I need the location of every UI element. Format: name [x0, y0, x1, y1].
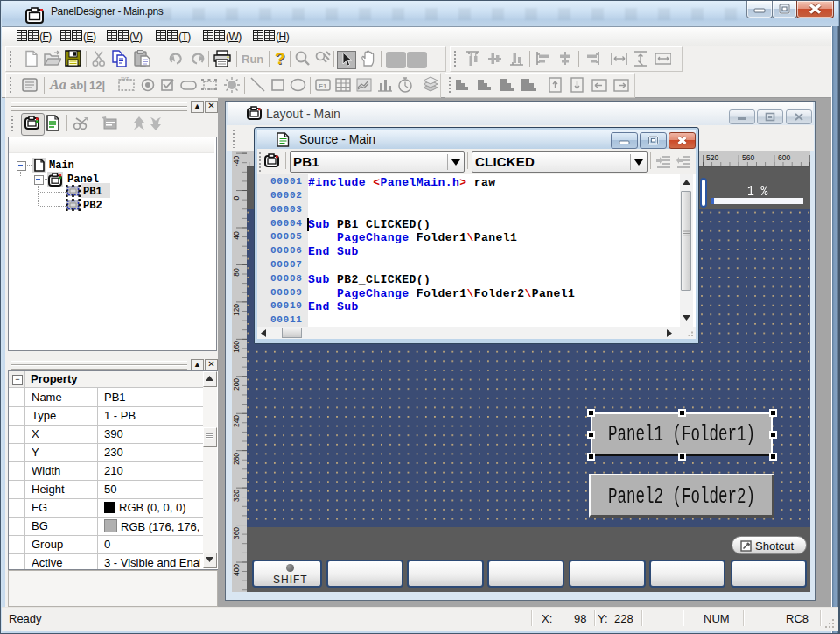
svg-text:160: 160	[232, 341, 241, 353]
svg-text:xyz: xyz	[121, 76, 129, 81]
svg-text:240: 240	[232, 415, 241, 427]
svg-text:-40: -40	[232, 156, 241, 167]
svg-text:40: 40	[232, 231, 241, 240]
svg-text:0: 0	[232, 195, 241, 200]
svg-text:600: 600	[778, 153, 790, 162]
svg-text:120: 120	[232, 304, 241, 316]
svg-text:200: 200	[232, 378, 241, 391]
svg-text:F1: F1	[318, 82, 327, 90]
svg-text:360: 360	[232, 527, 241, 539]
svg-text:280: 280	[232, 453, 241, 465]
svg-text:80: 80	[232, 268, 241, 277]
svg-text:520: 520	[706, 153, 718, 162]
svg-text:560: 560	[742, 153, 754, 162]
svg-text:400: 400	[232, 564, 241, 576]
svg-text:320: 320	[232, 490, 241, 502]
